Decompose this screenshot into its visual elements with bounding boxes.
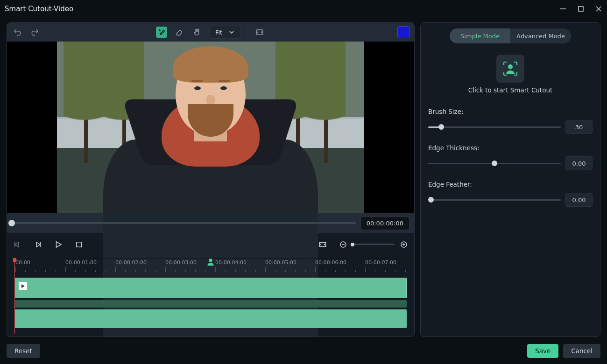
prev-frame-icon[interactable] — [13, 240, 22, 249]
reset-button[interactable]: Reset — [7, 344, 40, 358]
eraser-icon[interactable] — [174, 27, 185, 38]
svg-marker-12 — [56, 242, 62, 247]
edge-feather-slider[interactable] — [428, 199, 561, 201]
edge-thickness-label: Edge Thickness: — [428, 144, 593, 152]
chevron-down-icon — [229, 29, 234, 35]
undo-icon[interactable] — [12, 27, 23, 38]
ruler-label: 00:00:05:00 — [265, 259, 296, 266]
ruler-label: 00:00:06:00 — [315, 259, 346, 266]
brush-size-value[interactable]: 30 — [565, 120, 593, 134]
editor-panel: Fit — [7, 22, 415, 337]
brush-size-label: Brush Size: — [428, 108, 593, 115]
ruler-label: 00:00:02:00 — [115, 259, 147, 266]
window-title: Smart Cutout-Video — [5, 5, 73, 13]
edge-feather-control: Edge Feather: 0.00 — [428, 181, 593, 207]
svg-marker-10 — [36, 242, 40, 247]
brush-size-control: Brush Size: 30 — [428, 108, 593, 134]
clip-thumbnail-icon — [19, 282, 27, 290]
editor-toolbar: Fit — [7, 23, 414, 42]
edge-thickness-control: Edge Thickness: 0.00 — [428, 144, 593, 170]
zoom-control — [339, 240, 409, 249]
svg-rect-13 — [77, 242, 82, 247]
video-clip-2[interactable] — [14, 309, 407, 328]
ruler-label: 00:00:03:00 — [165, 259, 197, 266]
save-button[interactable]: Save — [527, 344, 558, 358]
audio-clip[interactable] — [14, 300, 407, 308]
tab-simple-mode[interactable]: Simple Mode — [450, 28, 510, 43]
redo-icon[interactable] — [29, 27, 41, 38]
seek-slider[interactable] — [12, 222, 356, 224]
seek-thumb[interactable] — [8, 220, 15, 226]
next-frame-icon[interactable] — [33, 240, 42, 249]
timecode-display: 00:00:00:00 — [360, 217, 409, 230]
timeline-ruler[interactable]: 00:0000:00:01:0000:00:02:0000:00:03:0000… — [10, 258, 411, 272]
ruler-label: 00:00:07:00 — [365, 259, 396, 266]
play-icon[interactable] — [54, 240, 63, 249]
edge-thickness-slider[interactable] — [428, 163, 561, 164]
svg-marker-8 — [15, 242, 19, 247]
ruler-label: 00:00:01:00 — [65, 259, 97, 266]
zoom-out-icon[interactable] — [339, 240, 348, 249]
zoom-in-icon[interactable] — [399, 240, 409, 249]
compare-icon[interactable] — [254, 27, 265, 38]
zoom-fit-label: Fit — [215, 29, 222, 36]
timeline[interactable]: 00:0000:00:01:0000:00:02:0000:00:03:0000… — [10, 258, 411, 334]
start-cutout-hint: Click to start Smart Cutout — [428, 86, 593, 94]
mode-toggle: Simple Mode Advanced Mode — [450, 28, 571, 43]
svg-point-21 — [508, 64, 513, 69]
settings-panel: Simple Mode Advanced Mode Click to start… — [420, 22, 600, 337]
brush-size-slider[interactable] — [428, 126, 561, 128]
fit-screen-icon[interactable] — [318, 240, 327, 249]
pan-hand-icon[interactable] — [191, 27, 203, 38]
tab-advanced-mode[interactable]: Advanced Mode — [510, 28, 571, 43]
svg-rect-1 — [579, 7, 583, 11]
minimize-icon[interactable] — [559, 5, 567, 13]
video-clip[interactable] — [14, 278, 407, 298]
title-bar: Smart Cutout-Video — [0, 0, 607, 18]
footer-bar: Reset Save Cancel — [7, 343, 600, 359]
stop-icon[interactable] — [74, 240, 84, 249]
zoom-fit-select[interactable]: Fit — [209, 26, 240, 39]
cancel-button[interactable]: Cancel — [563, 344, 600, 358]
brush-add-icon[interactable] — [156, 27, 167, 38]
maximize-icon[interactable] — [577, 5, 585, 13]
window-controls — [559, 5, 602, 13]
video-frame[interactable] — [57, 42, 364, 213]
edge-feather-label: Edge Feather: — [428, 181, 593, 188]
start-cutout-button[interactable] — [496, 55, 524, 83]
background-color-swatch[interactable] — [397, 26, 409, 38]
content-area: Fit — [5, 18, 602, 359]
ruler-label: 00:00 — [15, 259, 30, 266]
zoom-slider[interactable] — [353, 244, 395, 245]
ruler-label: 00:00:04:00 — [215, 259, 247, 266]
svg-marker-20 — [21, 284, 25, 288]
close-icon[interactable] — [595, 5, 602, 13]
edge-thickness-value[interactable]: 0.00 — [565, 156, 593, 170]
video-preview — [7, 42, 414, 213]
timeline-playhead[interactable] — [14, 258, 15, 334]
edge-feather-value[interactable]: 0.00 — [565, 193, 593, 207]
app-window: Smart Cutout-Video — [0, 0, 607, 364]
separator — [247, 27, 247, 37]
